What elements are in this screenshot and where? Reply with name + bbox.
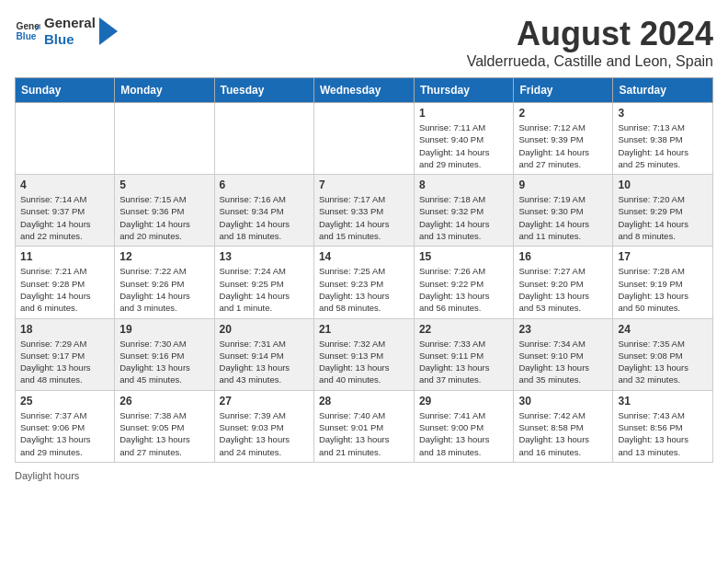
header-friday: Friday bbox=[514, 78, 613, 103]
day-info: Sunrise: 7:18 AM Sunset: 9:32 PM Dayligh… bbox=[419, 193, 509, 242]
day-info: Sunrise: 7:14 AM Sunset: 9:37 PM Dayligh… bbox=[20, 193, 109, 242]
day-number: 16 bbox=[518, 250, 608, 263]
day-number: 24 bbox=[618, 323, 708, 336]
calendar-cell: 26Sunrise: 7:38 AM Sunset: 9:05 PM Dayli… bbox=[115, 390, 214, 462]
day-info: Sunrise: 7:42 AM Sunset: 8:58 PM Dayligh… bbox=[518, 409, 608, 458]
logo-icon: General Blue bbox=[15, 18, 40, 44]
day-info: Sunrise: 7:13 AM Sunset: 9:38 PM Dayligh… bbox=[618, 121, 708, 170]
svg-text:General: General bbox=[17, 21, 40, 31]
logo-text-general: General bbox=[44, 15, 96, 31]
day-info: Sunrise: 7:43 AM Sunset: 8:56 PM Dayligh… bbox=[618, 409, 708, 458]
calendar-cell: 18Sunrise: 7:29 AM Sunset: 9:17 PM Dayli… bbox=[16, 318, 115, 390]
header-sunday: Sunday bbox=[16, 78, 115, 103]
day-number: 10 bbox=[618, 178, 708, 191]
day-info: Sunrise: 7:12 AM Sunset: 9:39 PM Dayligh… bbox=[518, 121, 608, 170]
day-info: Sunrise: 7:25 AM Sunset: 9:23 PM Dayligh… bbox=[319, 265, 409, 314]
day-number: 22 bbox=[419, 323, 509, 336]
day-number: 18 bbox=[20, 323, 109, 336]
svg-marker-3 bbox=[99, 17, 118, 45]
calendar-cell: 27Sunrise: 7:39 AM Sunset: 9:03 PM Dayli… bbox=[214, 390, 313, 462]
calendar-cell: 5Sunrise: 7:15 AM Sunset: 9:36 PM Daylig… bbox=[115, 175, 214, 247]
day-info: Sunrise: 7:21 AM Sunset: 9:28 PM Dayligh… bbox=[20, 265, 109, 314]
calendar-cell: 23Sunrise: 7:34 AM Sunset: 9:10 PM Dayli… bbox=[514, 318, 613, 390]
calendar-table: SundayMondayTuesdayWednesdayThursdayFrid… bbox=[15, 77, 713, 463]
logo-arrow-icon bbox=[99, 17, 118, 45]
calendar-cell: 13Sunrise: 7:24 AM Sunset: 9:25 PM Dayli… bbox=[214, 247, 313, 318]
day-number: 27 bbox=[220, 395, 309, 408]
day-number: 9 bbox=[518, 178, 608, 191]
calendar-cell: 31Sunrise: 7:43 AM Sunset: 8:56 PM Dayli… bbox=[613, 390, 713, 462]
calendar-location: Valderrueda, Castille and Leon, Spain bbox=[467, 53, 713, 70]
calendar-cell: 9Sunrise: 7:19 AM Sunset: 9:30 PM Daylig… bbox=[514, 175, 613, 247]
calendar-cell: 30Sunrise: 7:42 AM Sunset: 8:58 PM Dayli… bbox=[514, 390, 613, 462]
day-info: Sunrise: 7:26 AM Sunset: 9:22 PM Dayligh… bbox=[419, 265, 509, 314]
day-number: 6 bbox=[220, 178, 309, 191]
calendar-cell: 4Sunrise: 7:14 AM Sunset: 9:37 PM Daylig… bbox=[16, 175, 115, 247]
day-number: 28 bbox=[319, 395, 409, 408]
day-info: Sunrise: 7:16 AM Sunset: 9:34 PM Dayligh… bbox=[220, 193, 309, 242]
day-number: 31 bbox=[618, 395, 708, 408]
calendar-cell: 11Sunrise: 7:21 AM Sunset: 9:28 PM Dayli… bbox=[16, 247, 115, 318]
day-number: 17 bbox=[618, 250, 708, 263]
calendar-cell bbox=[313, 103, 414, 175]
day-number: 7 bbox=[319, 178, 409, 191]
day-number: 12 bbox=[119, 250, 209, 263]
day-number: 3 bbox=[618, 107, 708, 120]
calendar-week-4: 18Sunrise: 7:29 AM Sunset: 9:17 PM Dayli… bbox=[16, 318, 713, 390]
day-number: 26 bbox=[119, 395, 209, 408]
day-info: Sunrise: 7:35 AM Sunset: 9:08 PM Dayligh… bbox=[618, 338, 708, 386]
day-info: Sunrise: 7:38 AM Sunset: 9:05 PM Dayligh… bbox=[119, 409, 209, 458]
day-info: Sunrise: 7:33 AM Sunset: 9:11 PM Dayligh… bbox=[419, 338, 509, 386]
calendar-body: 1Sunrise: 7:11 AM Sunset: 9:40 PM Daylig… bbox=[16, 103, 713, 463]
calendar-cell: 25Sunrise: 7:37 AM Sunset: 9:06 PM Dayli… bbox=[16, 390, 115, 462]
calendar-header-row: SundayMondayTuesdayWednesdayThursdayFrid… bbox=[16, 78, 713, 103]
header-thursday: Thursday bbox=[414, 78, 514, 103]
header-tuesday: Tuesday bbox=[214, 78, 313, 103]
day-number: 8 bbox=[419, 178, 509, 191]
day-info: Sunrise: 7:15 AM Sunset: 9:36 PM Dayligh… bbox=[119, 193, 209, 242]
day-number: 4 bbox=[20, 178, 109, 191]
day-number: 5 bbox=[119, 178, 209, 191]
calendar-cell: 29Sunrise: 7:41 AM Sunset: 9:00 PM Dayli… bbox=[414, 390, 514, 462]
day-number: 13 bbox=[220, 250, 309, 263]
day-number: 21 bbox=[319, 323, 409, 336]
logo-text-blue: Blue bbox=[44, 31, 96, 48]
day-info: Sunrise: 7:28 AM Sunset: 9:19 PM Dayligh… bbox=[618, 265, 708, 314]
day-info: Sunrise: 7:20 AM Sunset: 9:29 PM Dayligh… bbox=[618, 193, 708, 242]
calendar-cell: 22Sunrise: 7:33 AM Sunset: 9:11 PM Dayli… bbox=[414, 318, 514, 390]
day-info: Sunrise: 7:19 AM Sunset: 9:30 PM Dayligh… bbox=[518, 193, 608, 242]
calendar-week-3: 11Sunrise: 7:21 AM Sunset: 9:28 PM Dayli… bbox=[16, 247, 713, 318]
daylight-label: Daylight hours bbox=[15, 470, 79, 481]
day-info: Sunrise: 7:34 AM Sunset: 9:10 PM Dayligh… bbox=[518, 338, 608, 386]
day-number: 2 bbox=[518, 107, 608, 120]
day-info: Sunrise: 7:32 AM Sunset: 9:13 PM Dayligh… bbox=[319, 338, 409, 386]
day-info: Sunrise: 7:11 AM Sunset: 9:40 PM Dayligh… bbox=[419, 121, 509, 170]
day-number: 23 bbox=[518, 323, 608, 336]
day-number: 20 bbox=[220, 323, 309, 336]
day-number: 14 bbox=[319, 250, 409, 263]
day-number: 1 bbox=[419, 107, 509, 120]
calendar-cell: 12Sunrise: 7:22 AM Sunset: 9:26 PM Dayli… bbox=[115, 247, 214, 318]
svg-text:Blue: Blue bbox=[17, 31, 37, 41]
calendar-cell: 10Sunrise: 7:20 AM Sunset: 9:29 PM Dayli… bbox=[613, 175, 713, 247]
calendar-cell: 14Sunrise: 7:25 AM Sunset: 9:23 PM Dayli… bbox=[313, 247, 414, 318]
day-info: Sunrise: 7:27 AM Sunset: 9:20 PM Dayligh… bbox=[518, 265, 608, 314]
calendar-cell: 7Sunrise: 7:17 AM Sunset: 9:33 PM Daylig… bbox=[313, 175, 414, 247]
header-saturday: Saturday bbox=[613, 78, 713, 103]
day-info: Sunrise: 7:39 AM Sunset: 9:03 PM Dayligh… bbox=[220, 409, 309, 458]
calendar-cell: 19Sunrise: 7:30 AM Sunset: 9:16 PM Dayli… bbox=[115, 318, 214, 390]
day-number: 30 bbox=[518, 395, 608, 408]
day-info: Sunrise: 7:30 AM Sunset: 9:16 PM Dayligh… bbox=[119, 338, 209, 386]
header-monday: Monday bbox=[115, 78, 214, 103]
day-info: Sunrise: 7:22 AM Sunset: 9:26 PM Dayligh… bbox=[119, 265, 209, 314]
calendar-cell: 6Sunrise: 7:16 AM Sunset: 9:34 PM Daylig… bbox=[214, 175, 313, 247]
calendar-cell bbox=[115, 103, 214, 175]
day-number: 19 bbox=[119, 323, 209, 336]
page-header: General Blue General Blue August 2024 Va… bbox=[15, 15, 713, 70]
day-number: 11 bbox=[20, 250, 109, 263]
calendar-cell: 28Sunrise: 7:40 AM Sunset: 9:01 PM Dayli… bbox=[313, 390, 414, 462]
calendar-cell: 3Sunrise: 7:13 AM Sunset: 9:38 PM Daylig… bbox=[613, 103, 713, 175]
calendar-cell: 24Sunrise: 7:35 AM Sunset: 9:08 PM Dayli… bbox=[613, 318, 713, 390]
logo: General Blue General Blue bbox=[15, 15, 118, 48]
title-block: August 2024 Valderrueda, Castille and Le… bbox=[467, 15, 713, 70]
